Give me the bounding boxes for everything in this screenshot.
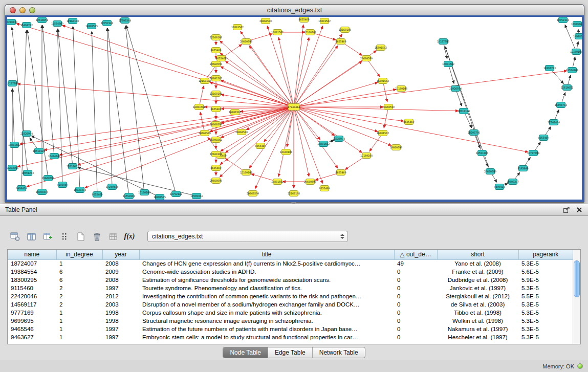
graph-edge: [287, 107, 294, 147]
graph-edge: [225, 61, 294, 107]
table-cell: Tourette syndrome. Phenomenology and cla…: [139, 284, 394, 292]
column-header-name[interactable]: name: [8, 250, 56, 259]
table-cell: Estimation of significance thresholds fo…: [139, 276, 394, 284]
table-cell: Investigating the contribution of common…: [139, 292, 394, 300]
table-cell: Hescheler et al. (1997): [437, 333, 518, 341]
graph-node-label: 12160108: [210, 36, 222, 39]
table-cell: 0: [394, 333, 437, 341]
table-cell: 6: [56, 268, 102, 276]
table-row[interactable]: 1872400712008Changes of HCN gene express…: [8, 259, 573, 268]
graph-edge: [107, 28, 129, 196]
table-row[interactable]: 2242004622012Investigating the contribut…: [8, 292, 573, 300]
graph-node-label: 18203756: [7, 166, 18, 169]
new-column-button[interactable]: [40, 229, 55, 244]
tab-node-table[interactable]: Node Table: [223, 347, 268, 358]
table-cell: 5.3E-5: [518, 300, 573, 309]
table-row[interactable]: 911546021997Tourette syndrome. Phenomeno…: [8, 284, 573, 292]
graph-node-label: 21926974: [20, 132, 33, 135]
graph-node-label: 10197793: [543, 67, 556, 70]
table-row[interactable]: 977716911998Corpus callosum shape and si…: [8, 309, 573, 317]
graph-edge: [267, 26, 294, 107]
graph-node-label: 20660590: [304, 180, 316, 183]
graph-node-label: 9105049: [517, 167, 528, 170]
function-builder-button[interactable]: f(x): [122, 229, 137, 244]
table-row[interactable]: 1456911722003Disruption of a novel membe…: [8, 300, 573, 309]
graph-node-label: 9105049: [57, 183, 68, 186]
column-header-short[interactable]: short: [437, 250, 518, 259]
new-column-icon: [43, 232, 53, 242]
table-cell: 1998: [102, 309, 139, 317]
graph-node-label: 20660590: [199, 132, 211, 135]
graph-node-label: 12160108: [395, 87, 407, 90]
graph-node-label: 18203756: [468, 131, 480, 134]
table-cell: 49: [394, 259, 437, 268]
column-settings-icon: [10, 232, 20, 242]
column-header-in-degree[interactable]: in_degree: [56, 250, 102, 259]
graph-edge: [220, 41, 294, 107]
table-cell: Structural magnetic resonance image aver…: [139, 317, 394, 325]
graph-node-label: 17240414: [106, 185, 118, 188]
tab-network-table[interactable]: Network Table: [312, 347, 365, 358]
table-source-select[interactable]: citations_edges.txt: [147, 231, 348, 242]
table-cell: 18724007: [8, 259, 56, 268]
column-header-pagerank[interactable]: pagerank: [518, 250, 573, 259]
table-row[interactable]: 1830029562008Estimation of significance …: [8, 276, 573, 284]
graph-node-label: 17240414: [7, 20, 17, 24]
create-table-button[interactable]: [73, 229, 88, 244]
table-cell: 1: [56, 259, 102, 268]
zoom-button[interactable]: [29, 7, 35, 13]
graph-node-label: 20660590: [247, 192, 259, 195]
desktop: citations_edges.txt 17240414154947421261…: [0, 0, 588, 372]
column-header-out-degree[interactable]: △ out_de…: [394, 250, 437, 259]
graph-node-label: 16801562: [375, 46, 387, 49]
table-row[interactable]: 969969511998Structural magnetic resonanc…: [8, 317, 573, 325]
graph-node-label: 12160108: [199, 79, 211, 82]
graph-node-label: 20660590: [235, 130, 248, 134]
graph-node-label: 12160108: [210, 92, 222, 95]
scrollbar-thumb[interactable]: [574, 260, 580, 297]
network-window: citations_edges.txt 17240414154947421261…: [5, 4, 584, 203]
table-row[interactable]: 946362711997Embryonic stem cells: a mode…: [8, 333, 573, 341]
column-settings-button[interactable]: [7, 229, 23, 244]
network-canvas[interactable]: 1724041415494742126106511155496912160108…: [7, 17, 582, 200]
column-header-title[interactable]: title: [139, 250, 394, 259]
table-cell: 19384554: [8, 268, 56, 276]
table-panel-title: Table Panel: [5, 206, 37, 213]
graph-node-label: 16801562: [193, 105, 205, 108]
table-cell: Corpus callosum shape and size in male p…: [139, 309, 394, 317]
graph-node-label: 12160108: [67, 19, 79, 23]
table-cell: 9463627: [8, 333, 56, 341]
table-cell: 9115460: [8, 284, 56, 292]
minimize-button[interactable]: [19, 7, 26, 13]
graph-node-label: 16801562: [210, 138, 222, 141]
graph-edge: [294, 71, 567, 107]
row-selection-mode-button[interactable]: [56, 229, 72, 244]
table-scrollbar[interactable]: [573, 250, 580, 344]
graph-edge: [294, 107, 320, 140]
close-button[interactable]: [10, 7, 16, 13]
table-cell: 2012: [102, 292, 139, 300]
column-header-year[interactable]: year: [102, 250, 139, 259]
graph-node-label: 12160108: [339, 28, 351, 31]
graph-node-label: 8655469: [210, 166, 221, 169]
graph-node-label: 11554969: [566, 69, 578, 72]
table-panel-header: Table Panel: [0, 204, 588, 216]
window-titlebar[interactable]: citations_edges.txt: [5, 5, 584, 16]
float-panel-icon[interactable]: [562, 206, 570, 214]
table-cell: 0: [394, 292, 437, 300]
graph-node-label: 10591283: [21, 171, 34, 174]
table-row[interactable]: 1938455462009Genome-wide association stu…: [8, 268, 573, 276]
graph-edge: [125, 26, 144, 192]
import-table-button[interactable]: [105, 229, 121, 244]
tab-edge-table[interactable]: Edge Table: [268, 347, 312, 358]
table-cell: 9699695: [8, 317, 56, 325]
delete-columns-button[interactable]: [89, 229, 104, 244]
node-table: name in_degree year title △ out_de… shor…: [7, 249, 581, 344]
graph-node-label: 14988505: [573, 35, 582, 38]
table-cell: Franke et al. (2009): [437, 268, 518, 276]
table-cell: 0: [394, 276, 437, 284]
table-cell: 5.9E-5: [518, 276, 573, 284]
table-row[interactable]: 946554611997Estimation of the future num…: [8, 325, 573, 333]
select-columns-button[interactable]: [24, 229, 39, 244]
close-panel-icon[interactable]: [575, 206, 583, 214]
